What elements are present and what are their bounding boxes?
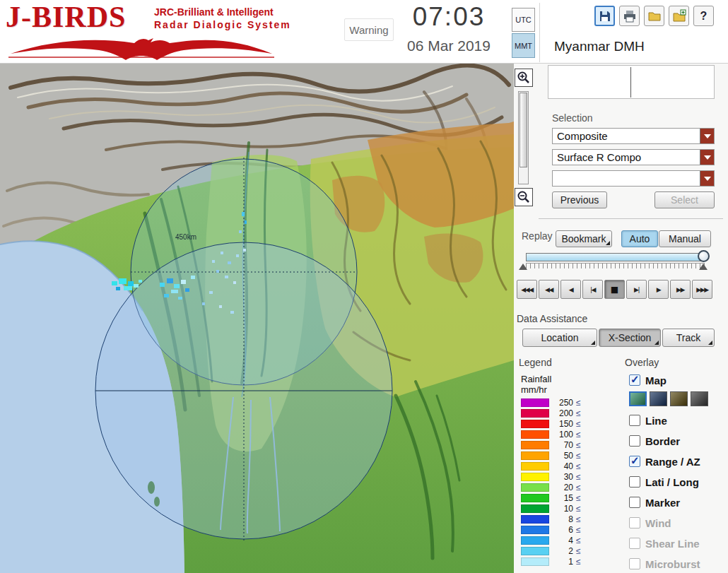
location-button[interactable]: Location xyxy=(522,329,597,347)
logo-subtitle-2: Radar Dialogic System xyxy=(154,19,291,30)
legend-value: 15 xyxy=(553,493,573,503)
overlay-item-border[interactable]: Border xyxy=(629,434,680,448)
range-az-checkbox[interactable] xyxy=(629,456,640,467)
manual-mode-button[interactable]: Manual xyxy=(659,230,711,247)
zoom-slider[interactable] xyxy=(518,91,529,184)
selection-section-label: Selection xyxy=(552,112,593,124)
mmt-button[interactable]: MMT xyxy=(512,33,535,58)
data-assistance-label: Data Assistance xyxy=(517,313,587,324)
map-style-green[interactable] xyxy=(629,391,647,406)
legend-row: 70≤ xyxy=(521,439,581,450)
play-button[interactable]: ▶ xyxy=(648,280,669,299)
legend-leq: ≤ xyxy=(576,546,581,556)
overlay-item-marker[interactable]: Marker xyxy=(629,495,680,509)
legend-color-swatch xyxy=(521,536,549,545)
overlay-item-line[interactable]: Line xyxy=(629,413,667,427)
legend-value: 200 xyxy=(553,408,573,418)
legend-color-swatch xyxy=(521,409,549,418)
legend-value: 6 xyxy=(553,525,573,535)
legend-row: 100≤ xyxy=(521,429,581,439)
legend-color-swatch xyxy=(521,557,549,566)
legend-row: 30≤ xyxy=(521,471,581,482)
product-dropdown[interactable]: Surface R Compo xyxy=(552,149,715,165)
overlay-item-lati-long[interactable]: Lati / Long xyxy=(629,475,699,489)
import-data-button[interactable] xyxy=(669,6,689,26)
select-button[interactable]: Select xyxy=(654,191,715,208)
previous-button[interactable]: Previous xyxy=(552,191,607,208)
map-style-gray[interactable] xyxy=(691,391,708,406)
skip-to-end-button[interactable]: ▶▶▶ xyxy=(692,280,712,299)
save-button[interactable] xyxy=(594,6,615,26)
composite-dropdown[interactable]: Composite xyxy=(552,128,715,144)
radar-map-svg: 450km xyxy=(0,64,514,573)
line-checkbox[interactable] xyxy=(629,415,640,426)
overlay-item-microburst: Microburst xyxy=(629,557,700,571)
xsection-button[interactable]: X-Section xyxy=(599,329,661,347)
legend-color-swatch xyxy=(521,494,549,502)
open-file-button[interactable] xyxy=(644,6,664,26)
legend-color-swatch xyxy=(521,515,549,524)
legend-color-swatch xyxy=(521,526,549,534)
legend-value: 10 xyxy=(553,504,573,514)
map-style-olive[interactable] xyxy=(670,391,688,406)
bookmark-button[interactable]: Bookmark xyxy=(556,230,612,247)
print-button[interactable] xyxy=(619,6,640,26)
legend-row: 4≤ xyxy=(521,535,581,545)
border-checkbox[interactable] xyxy=(629,435,640,447)
skip-to-start-button[interactable]: ◀◀◀ xyxy=(517,280,537,299)
site-title: Myanmar DMH xyxy=(554,39,645,54)
legend-color-swatch xyxy=(521,451,549,460)
legend-leq: ≤ xyxy=(576,461,581,471)
help-button[interactable]: ? xyxy=(693,6,714,26)
legend-row: 15≤ xyxy=(521,492,581,503)
legend-unit-line1: Rainfall xyxy=(521,374,551,384)
overlay-item-map[interactable]: Map xyxy=(629,373,667,387)
legend-value: 30 xyxy=(553,472,573,482)
overlay-label-text: Line xyxy=(645,415,667,427)
chevron-down-icon[interactable] xyxy=(700,129,714,143)
timeline-end-marker-icon xyxy=(699,264,708,270)
legend-leq: ≤ xyxy=(576,504,581,514)
marker-checkbox[interactable] xyxy=(629,497,640,508)
legend-leq: ≤ xyxy=(576,525,581,535)
play-reverse-button[interactable]: ◀ xyxy=(560,280,581,299)
lati-long-checkbox[interactable] xyxy=(629,476,640,488)
map-style-navy[interactable] xyxy=(650,391,667,406)
legend-leq: ≤ xyxy=(576,419,581,429)
print-icon xyxy=(623,9,637,23)
overlay-label-text: Range / AZ xyxy=(645,456,700,468)
utc-button[interactable]: UTC xyxy=(512,8,535,32)
legend-color-swatch xyxy=(521,462,549,471)
warning-button[interactable]: Warning xyxy=(344,18,394,41)
fast-forward-button[interactable]: ▶▶ xyxy=(670,280,691,299)
legend-leq: ≤ xyxy=(576,440,581,450)
legend-row: 2≤ xyxy=(521,545,581,556)
overlay-item-range-az[interactable]: Range / AZ xyxy=(629,454,700,468)
chevron-down-icon[interactable] xyxy=(700,150,714,165)
map-style-swatches xyxy=(629,391,708,406)
overlay-label-text: Microburst xyxy=(645,558,700,570)
fast-rewind-button[interactable]: ◀◀ xyxy=(539,280,559,299)
legend-leq: ≤ xyxy=(576,514,581,524)
replay-timeline-thumb[interactable] xyxy=(698,250,710,262)
radar-map[interactable]: 450km xyxy=(0,64,514,573)
stop-button[interactable]: ■ xyxy=(604,280,625,299)
shear-line-checkbox xyxy=(629,538,640,549)
auto-mode-button[interactable]: Auto xyxy=(621,230,658,247)
sub-product-dropdown[interactable] xyxy=(552,170,715,187)
track-button[interactable]: Track xyxy=(662,329,715,347)
step-forward-button[interactable]: ▶| xyxy=(626,280,647,299)
zoom-in-button[interactable] xyxy=(515,69,533,87)
legend-leq: ≤ xyxy=(576,408,581,418)
clock-date: 06 Mar 2019 xyxy=(390,37,507,54)
replay-timeline-slider[interactable] xyxy=(526,253,705,261)
step-back-button[interactable]: |◀ xyxy=(582,280,603,299)
legend-value: 100 xyxy=(553,430,573,439)
zoom-out-button[interactable] xyxy=(515,188,533,206)
station-list-box[interactable] xyxy=(548,65,715,99)
map-checkbox[interactable] xyxy=(629,374,640,386)
overlay-label-text: Map xyxy=(645,374,667,386)
overlay-item-shear-line: Shear Line xyxy=(629,536,700,550)
chevron-down-icon[interactable] xyxy=(700,171,714,186)
zoom-slider-thumb[interactable] xyxy=(519,93,527,167)
